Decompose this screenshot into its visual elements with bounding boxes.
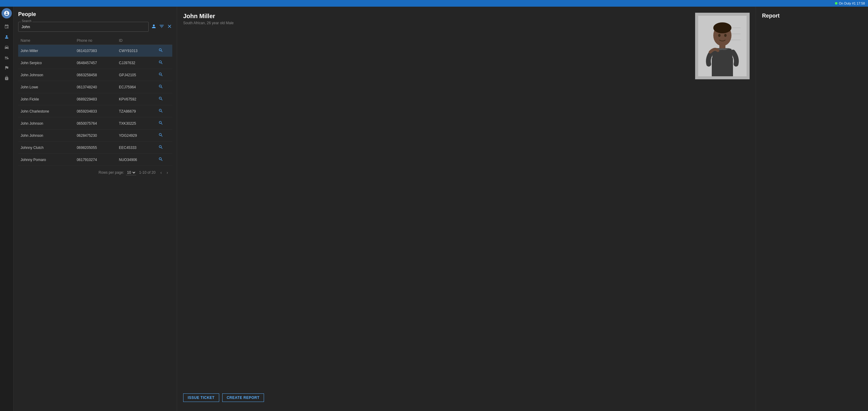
- search-wrapper: Search: [18, 22, 172, 32]
- rows-per-page: Rows per page: 10 5 20 50: [99, 170, 136, 175]
- cell-id: GPJ42105: [117, 69, 156, 81]
- table-row[interactable]: John Charlestone 0659204833 TZA86679: [18, 105, 172, 118]
- view-icon[interactable]: [158, 146, 163, 150]
- duty-label: On Duty #1 17:58: [839, 1, 865, 5]
- cell-view[interactable]: [156, 45, 172, 57]
- table-row[interactable]: Johnny Clutch 0698205055 EEC45333: [18, 141, 172, 154]
- svg-point-0: [153, 25, 155, 26]
- duty-dot: [835, 2, 837, 4]
- table-row[interactable]: John Fickle 0689229483 KPV67592: [18, 93, 172, 105]
- search-person-icon[interactable]: [151, 24, 157, 30]
- detail-subtitle: South African, 26 year old Male: [183, 21, 750, 25]
- col-phone: Phone no: [74, 37, 116, 45]
- main-layout: People Search Name: [0, 7, 868, 411]
- cell-phone: 0648457457: [74, 57, 116, 69]
- report-panel: Report: [756, 7, 868, 411]
- cell-view[interactable]: [156, 69, 172, 81]
- view-icon[interactable]: [158, 109, 163, 114]
- search-container: Search: [18, 22, 149, 32]
- people-title: People: [18, 11, 172, 18]
- sidebar-icon-person[interactable]: [1, 32, 12, 41]
- svg-rect-10: [712, 58, 733, 76]
- sidebar-icon-lock[interactable]: [1, 73, 12, 83]
- cell-id: TZA86679: [117, 105, 156, 118]
- view-icon[interactable]: [158, 85, 163, 90]
- sidebar-icon-badge[interactable]: [1, 22, 12, 31]
- next-page-button[interactable]: ›: [165, 169, 170, 176]
- cell-view[interactable]: [156, 118, 172, 130]
- content: People Search Name: [13, 7, 868, 411]
- table-row[interactable]: John Serpico 0648457457 CJJ97632: [18, 57, 172, 69]
- view-icon[interactable]: [158, 121, 163, 126]
- cell-view[interactable]: [156, 154, 172, 166]
- cell-name: John Serpico: [18, 57, 74, 69]
- cell-id: TXK30225: [117, 118, 156, 130]
- cell-id: KPV67592: [117, 93, 156, 105]
- cell-id: CWY91013: [117, 45, 156, 57]
- people-table: Name Phone no ID John Miller 0614107383 …: [18, 37, 172, 166]
- cell-phone: 0650075764: [74, 118, 116, 130]
- duty-status: On Duty #1 17:58: [835, 1, 865, 5]
- pagination: Rows per page: 10 5 20 50 1-10 of 20 ‹ ›: [18, 166, 172, 177]
- table-row[interactable]: John Johnson 0663258458 GPJ42105: [18, 69, 172, 81]
- view-icon[interactable]: [158, 133, 163, 138]
- cell-name: Johnny Clutch: [18, 141, 74, 154]
- issue-ticket-button[interactable]: ISSUE TICKET: [183, 393, 219, 402]
- people-panel: People Search Name: [13, 7, 177, 411]
- search-label: Search: [21, 19, 32, 23]
- view-icon[interactable]: [158, 97, 163, 102]
- cell-view[interactable]: [156, 81, 172, 93]
- cell-phone: 0663258458: [74, 69, 116, 81]
- cell-phone: 0689229483: [74, 93, 116, 105]
- cell-view[interactable]: [156, 93, 172, 105]
- table-row[interactable]: Johnny Pomaro 0617910274 NUO34906: [18, 154, 172, 166]
- sidebar-icon-flag[interactable]: [1, 63, 12, 72]
- cell-id: NUO34906: [117, 154, 156, 166]
- detail-photo: [695, 13, 750, 79]
- view-icon[interactable]: [158, 61, 163, 66]
- mugshot: [695, 13, 750, 79]
- sidebar-icon-car[interactable]: [1, 43, 12, 52]
- cell-view[interactable]: [156, 105, 172, 118]
- cell-name: John Johnson: [18, 130, 74, 141]
- cell-id: CJJ97632: [117, 57, 156, 69]
- svg-point-8: [724, 34, 726, 37]
- create-report-button[interactable]: CREATE REPORT: [222, 393, 264, 402]
- cell-name: John Charlestone: [18, 105, 74, 118]
- cell-name: Johnny Pomaro: [18, 154, 74, 166]
- view-icon[interactable]: [158, 158, 163, 162]
- table-row[interactable]: John Miller 0614107383 CWY91013: [18, 45, 172, 57]
- cell-name: John Fickle: [18, 93, 74, 105]
- table-row[interactable]: John Johnson 0650075764 TXK30225: [18, 118, 172, 130]
- cell-phone: 0614107383: [74, 45, 116, 57]
- cell-phone: 0659204833: [74, 105, 116, 118]
- rows-per-page-select[interactable]: 10 5 20 50: [126, 170, 136, 175]
- page-nav: ‹ ›: [159, 169, 170, 176]
- rows-per-page-label: Rows per page:: [99, 170, 124, 175]
- cell-view[interactable]: [156, 141, 172, 154]
- sidebar-icon-weapon[interactable]: [1, 53, 12, 62]
- report-title: Report: [762, 13, 862, 19]
- cell-name: John Lowe: [18, 81, 74, 93]
- svg-point-7: [718, 34, 720, 37]
- svg-point-6: [713, 22, 732, 33]
- search-input[interactable]: [19, 22, 148, 31]
- view-icon[interactable]: [158, 73, 163, 78]
- cell-view[interactable]: [156, 57, 172, 69]
- detail-panel: John Miller South African, 26 year old M…: [177, 7, 756, 411]
- cell-view[interactable]: [156, 130, 172, 141]
- close-icon[interactable]: [167, 24, 172, 30]
- view-icon[interactable]: [158, 49, 163, 54]
- topbar: On Duty #1 17:58: [0, 0, 868, 7]
- page-info: 1-10 of 20: [139, 170, 156, 175]
- cell-name: John Johnson: [18, 69, 74, 81]
- prev-page-button[interactable]: ‹: [159, 169, 164, 176]
- col-id: ID: [117, 37, 156, 45]
- avatar: [1, 8, 12, 19]
- table-row[interactable]: John Lowe 0613748240 ECJ75964: [18, 81, 172, 93]
- filter-icon[interactable]: [159, 24, 164, 30]
- cell-id: EEC45333: [117, 141, 156, 154]
- table-row[interactable]: John Johnson 0628475230 YDG24929: [18, 130, 172, 141]
- detail-actions: ISSUE TICKET CREATE REPORT: [183, 393, 264, 402]
- cell-id: YDG24929: [117, 130, 156, 141]
